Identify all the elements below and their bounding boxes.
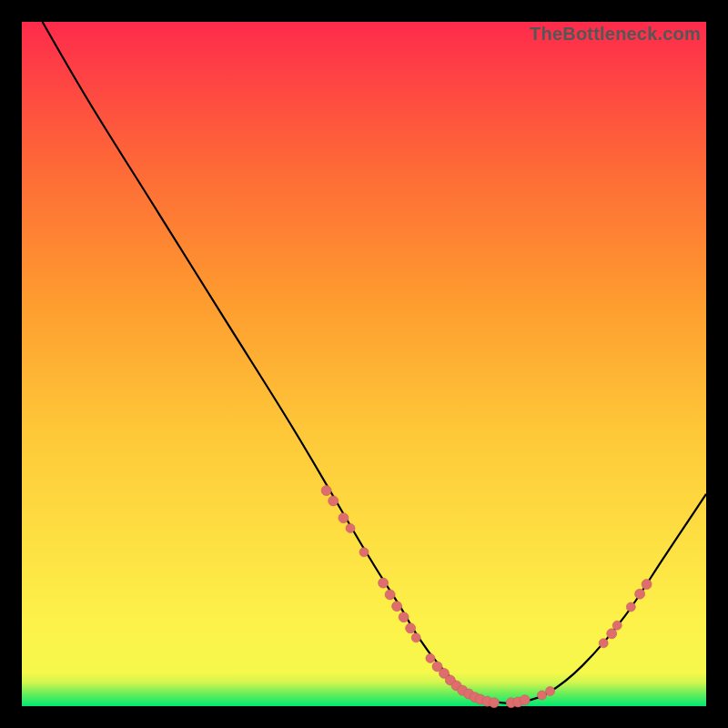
curve-marker — [642, 580, 652, 590]
curve-marker — [399, 612, 409, 622]
curve-marker — [379, 578, 389, 588]
bottleneck-curve — [43, 22, 706, 703]
chart-svg — [22, 22, 706, 706]
curve-marker — [385, 590, 395, 600]
curve-marker — [346, 524, 355, 533]
curve-marker — [489, 698, 499, 708]
curve-marker — [607, 629, 617, 639]
chart-frame: TheBottleneck.com — [22, 22, 706, 706]
curve-marker — [359, 548, 369, 557]
curve-marker — [406, 623, 416, 633]
curve-marker — [329, 496, 339, 506]
marker-group — [321, 486, 652, 708]
curve-marker — [520, 695, 530, 705]
curve-marker — [626, 602, 635, 612]
curve-marker — [538, 691, 547, 700]
curve-marker — [411, 633, 420, 642]
curve-marker — [426, 653, 435, 662]
curve-marker — [321, 486, 331, 496]
curve-marker — [546, 687, 555, 696]
curve-marker — [599, 639, 608, 648]
curve-marker — [612, 621, 622, 630]
curve-marker — [392, 602, 402, 612]
curve-marker — [339, 513, 349, 523]
curve-marker — [635, 589, 645, 599]
